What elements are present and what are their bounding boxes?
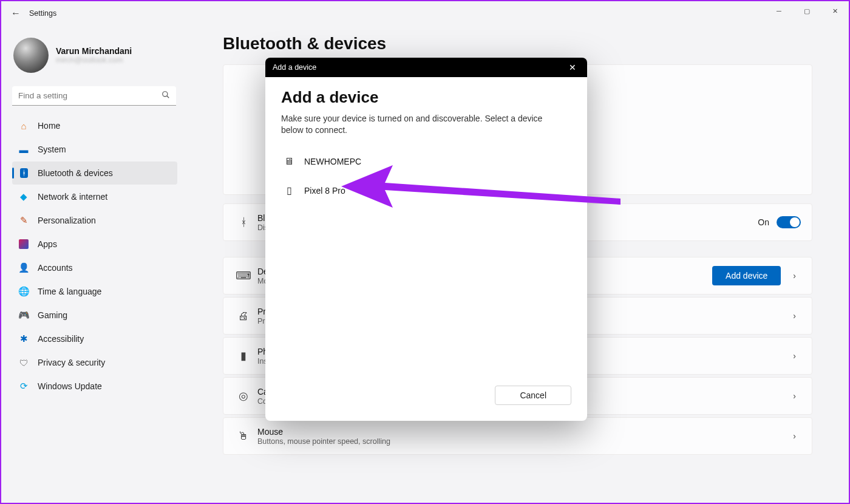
nav-label: Windows Update bbox=[38, 381, 102, 391]
avatar bbox=[13, 38, 49, 73]
gamepad-icon: 🎮 bbox=[18, 310, 29, 321]
chevron-right-icon: › bbox=[788, 431, 801, 441]
nav-accessibility[interactable]: ✱Accessibility bbox=[12, 327, 177, 350]
nav-label: Network & internet bbox=[38, 192, 107, 202]
bluetooth-icon: ᚼ bbox=[18, 168, 29, 179]
nav-label: Apps bbox=[38, 239, 57, 249]
nav-label: Accounts bbox=[38, 263, 73, 273]
profile-name: Varun Mirchandani bbox=[56, 46, 132, 56]
chevron-right-icon: › bbox=[788, 271, 801, 281]
device-name: Pixel 8 Pro bbox=[304, 186, 345, 196]
accessibility-icon: ✱ bbox=[18, 333, 29, 344]
search-box[interactable] bbox=[12, 86, 176, 106]
device-item-pixel8pro[interactable]: ▯ Pixel 8 Pro bbox=[281, 176, 571, 205]
chevron-right-icon: › bbox=[788, 391, 801, 401]
maximize-button[interactable]: ▢ bbox=[793, 1, 821, 21]
bluetooth-icon: ᚼ bbox=[234, 216, 253, 229]
nav-system[interactable]: ▬System bbox=[12, 138, 177, 161]
dialog-titlebar: Add a device ✕ bbox=[265, 58, 587, 77]
bluetooth-toggle[interactable] bbox=[777, 216, 801, 228]
device-name: NEWHOMEPC bbox=[304, 157, 361, 166]
desktop-icon: 🖥 bbox=[284, 156, 294, 167]
wifi-icon: ◆ bbox=[18, 191, 29, 202]
nav-label: Gaming bbox=[38, 310, 67, 320]
search-input[interactable] bbox=[12, 86, 176, 106]
chevron-right-icon: › bbox=[788, 311, 801, 321]
svg-point-0 bbox=[163, 92, 168, 97]
nav-label: System bbox=[38, 145, 66, 154]
person-icon: 👤 bbox=[18, 262, 29, 273]
printer-icon: 🖨 bbox=[234, 310, 253, 322]
nav-bluetooth-devices[interactable]: ᚼBluetooth & devices bbox=[12, 162, 177, 185]
toggle-label: On bbox=[758, 217, 769, 227]
sidebar: Varun Mirchandani mirch@outlook.com ⌂Hom… bbox=[12, 34, 182, 398]
dialog-window-title: Add a device bbox=[273, 63, 316, 72]
nav-windows-update[interactable]: ⟳Windows Update bbox=[12, 375, 177, 398]
close-dialog-button[interactable]: ✕ bbox=[565, 63, 580, 72]
nav-label: Accessibility bbox=[38, 334, 84, 344]
nav-label: Personalization bbox=[38, 216, 96, 225]
phone-icon: ▮ bbox=[234, 349, 253, 363]
minimize-button[interactable]: ─ bbox=[765, 1, 793, 21]
update-icon: ⟳ bbox=[18, 381, 29, 392]
profile-block[interactable]: Varun Mirchandani mirch@outlook.com bbox=[12, 34, 182, 84]
device-item-newhomepc[interactable]: 🖥 NEWHOMEPC bbox=[281, 147, 571, 176]
nav-privacy-security[interactable]: 🛡Privacy & security bbox=[12, 351, 177, 374]
nav-personalization[interactable]: ✎Personalization bbox=[12, 209, 177, 232]
dialog-heading: Add a device bbox=[281, 88, 571, 107]
mouse-icon: 🖱 bbox=[234, 430, 253, 443]
nav-label: Privacy & security bbox=[38, 358, 105, 367]
mouse-card[interactable]: 🖱 Mouse Buttons, mouse pointer speed, sc… bbox=[223, 417, 812, 455]
discovered-devices-list: 🖥 NEWHOMEPC ▯ Pixel 8 Pro bbox=[281, 147, 571, 205]
nav-apps[interactable]: Apps bbox=[12, 233, 177, 256]
apps-icon bbox=[18, 239, 29, 250]
nav-time-language[interactable]: 🌐Time & language bbox=[12, 280, 177, 303]
nav-list: ⌂Home ▬System ᚼBluetooth & devices ◆Netw… bbox=[12, 114, 182, 398]
globe-icon: 🌐 bbox=[18, 286, 29, 297]
system-icon: ▬ bbox=[18, 144, 29, 155]
home-icon: ⌂ bbox=[18, 120, 29, 131]
card-title: Mouse bbox=[257, 427, 788, 437]
close-window-button[interactable]: ✕ bbox=[821, 1, 849, 21]
phone-icon: ▯ bbox=[284, 185, 294, 196]
nav-accounts[interactable]: 👤Accounts bbox=[12, 256, 177, 279]
devices-icon: ⌨ bbox=[234, 269, 253, 282]
nav-label: Home bbox=[38, 121, 60, 131]
profile-email: mirch@outlook.com bbox=[56, 56, 132, 64]
window-controls: ─ ▢ ✕ bbox=[765, 1, 849, 21]
nav-label: Time & language bbox=[38, 287, 101, 296]
svg-line-1 bbox=[167, 96, 169, 98]
page-title: Bluetooth & devices bbox=[223, 34, 812, 53]
title-bar: ← Settings bbox=[1, 1, 849, 26]
add-device-button[interactable]: Add device bbox=[712, 266, 781, 285]
shield-icon: 🛡 bbox=[18, 357, 29, 368]
camera-icon: ◎ bbox=[234, 389, 253, 403]
nav-gaming[interactable]: 🎮Gaming bbox=[12, 304, 177, 327]
card-subtitle: Buttons, mouse pointer speed, scrolling bbox=[257, 437, 788, 446]
window-title: Settings bbox=[29, 9, 56, 18]
dialog-description: Make sure your device is turned on and d… bbox=[281, 113, 560, 136]
nav-label: Bluetooth & devices bbox=[38, 168, 113, 178]
nav-home[interactable]: ⌂Home bbox=[12, 114, 177, 137]
chevron-right-icon: › bbox=[788, 351, 801, 361]
cancel-button[interactable]: Cancel bbox=[495, 386, 571, 405]
back-button[interactable]: ← bbox=[8, 8, 23, 19]
add-device-dialog: Add a device ✕ Add a device Make sure yo… bbox=[265, 58, 587, 421]
brush-icon: ✎ bbox=[18, 215, 29, 226]
search-icon bbox=[162, 90, 170, 101]
nav-network[interactable]: ◆Network & internet bbox=[12, 185, 177, 208]
